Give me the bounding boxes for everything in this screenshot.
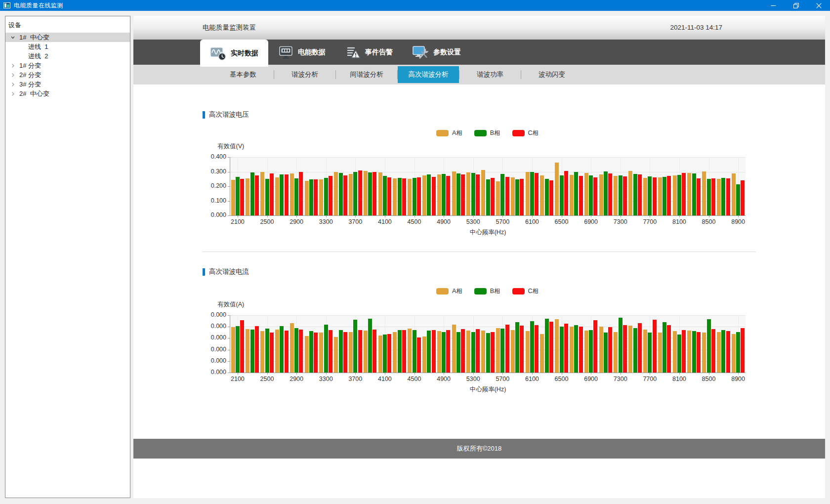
bar-B相-2100 (236, 177, 240, 215)
x-tick-mark (650, 215, 650, 217)
y-tick-mark (228, 215, 230, 216)
x-tick-mark (267, 215, 268, 217)
legend-item-C相[interactable]: C相 (512, 129, 539, 137)
chevron-right-icon[interactable] (9, 91, 16, 96)
y-tick-label: 0.000 (201, 369, 226, 376)
bar-A相-7700 (643, 178, 647, 215)
x-tick-label: 8900 (726, 376, 750, 382)
chevron-down-icon[interactable] (9, 35, 16, 40)
subtab-4[interactable]: 高次谐波分析 (398, 66, 459, 83)
bar-C相-5500 (491, 332, 495, 373)
bar-C相-4300 (402, 178, 406, 215)
bar-B相-4500 (413, 178, 416, 215)
legend-item-B相[interactable]: B相 (474, 287, 500, 295)
bar-A相-4300 (393, 332, 397, 373)
bar-C相-2900 (299, 172, 303, 215)
tree-item-label: 1# 分变 (19, 61, 41, 70)
chevron-right-icon[interactable] (9, 82, 16, 87)
bar-B相-3100 (309, 179, 313, 215)
bar-C相-2500 (270, 173, 274, 215)
tree-item[interactable]: 3# 分变 (5, 80, 130, 89)
bar-A相-7100 (599, 327, 603, 373)
bar-C相-2700 (285, 174, 289, 215)
bar-A相-6500 (555, 163, 559, 215)
bar-B相-4100 (383, 176, 387, 215)
bar-A相-8900 (732, 334, 736, 373)
main-tab-4[interactable]: 参数设置 (403, 40, 471, 65)
x-tick-mark (473, 215, 474, 217)
bar-B相-4700 (427, 174, 431, 215)
chart-title: 高次谐波电压 (203, 111, 249, 119)
x-tick-mark (415, 373, 415, 375)
x-tick-label: 5700 (490, 376, 515, 382)
subtab-6[interactable]: 波动闪变 (521, 70, 582, 79)
title-marker (203, 268, 205, 276)
legend-item-A相[interactable]: A相 (436, 129, 462, 137)
bar-A相-7300 (614, 176, 618, 215)
bar-B相-4300 (398, 178, 402, 215)
minimize-button[interactable] (762, 0, 785, 11)
tree-item[interactable]: 进线 2 (5, 51, 130, 61)
bar-B相-2100 (236, 326, 240, 373)
tree-item[interactable]: 1# 中心变 (5, 33, 130, 42)
y-tick-mark (228, 327, 230, 327)
bar-C相-6500 (564, 171, 568, 215)
bar-B相-6500 (560, 175, 564, 215)
bar-A相-8700 (717, 332, 721, 373)
bar-A相-4900 (437, 174, 441, 215)
y-tick-label: 0.000 (201, 357, 226, 364)
bar-C相-2700 (285, 331, 289, 373)
x-tick-label: 8100 (667, 218, 692, 225)
subtab-1[interactable]: 基本参数 (212, 70, 274, 79)
main-tab-1[interactable]: 实时数据 (200, 40, 268, 67)
y-tick-label: 0.400 (201, 153, 226, 160)
tree-item[interactable]: 2# 中心变 (5, 89, 130, 98)
bar-B相-6900 (589, 175, 593, 215)
x-tick-mark (444, 373, 444, 375)
bar-A相-3500 (334, 172, 338, 215)
x-tick-label: 7700 (637, 376, 662, 382)
legend-swatch (436, 288, 449, 294)
bar-B相-2500 (265, 329, 269, 373)
tree-item-label: 1# 中心变 (19, 33, 49, 42)
main-tab-2[interactable]: 电能数据 (268, 40, 335, 65)
x-tick-mark (238, 373, 238, 375)
bar-A相-5700 (496, 328, 500, 373)
tree-item[interactable]: 1# 分变 (5, 61, 130, 70)
bar-A相-4100 (378, 336, 382, 373)
bar-A相-7100 (599, 174, 603, 215)
bar-C相-3900 (373, 330, 376, 373)
subtab-2[interactable]: 谐波分析 (274, 70, 335, 79)
legend-item-A相[interactable]: A相 (436, 287, 462, 295)
bar-B相-7700 (648, 176, 652, 215)
subtab-5[interactable]: 谐波功率 (459, 70, 521, 79)
legend-label: B相 (490, 287, 500, 295)
subtab-3[interactable]: 间谐波分析 (336, 70, 397, 79)
bar-A相-7500 (628, 326, 632, 373)
tree-item[interactable]: 2# 分变 (5, 70, 130, 80)
close-button[interactable] (807, 0, 830, 11)
y-tick-label: 0.000 (201, 334, 226, 341)
x-tick-label: 5300 (461, 376, 486, 382)
x-tick-label: 6500 (549, 218, 574, 225)
main-tab-3[interactable]: 事件告警 (335, 40, 403, 65)
bar-C相-3900 (373, 172, 376, 215)
x-tick-mark (532, 373, 533, 375)
bar-A相-2700 (275, 330, 279, 373)
bar-B相-7300 (619, 318, 622, 373)
bar-B相-2300 (250, 330, 254, 373)
legend-swatch (474, 130, 487, 136)
chevron-right-icon[interactable] (9, 73, 16, 78)
bar-B相-8500 (707, 319, 711, 373)
x-tick-label: 3300 (314, 218, 338, 225)
legend-item-B相[interactable]: B相 (474, 129, 500, 137)
bar-A相-7500 (628, 171, 632, 215)
bar-C相-5300 (476, 174, 480, 215)
bar-B相-4700 (427, 331, 431, 373)
chart-divider (203, 252, 756, 252)
restore-button[interactable] (785, 0, 807, 11)
chevron-right-icon[interactable] (9, 63, 16, 68)
y-tick-label: 0.200 (201, 182, 226, 189)
tree-item[interactable]: 进线 1 (5, 42, 130, 51)
legend-item-C相[interactable]: C相 (512, 287, 539, 295)
